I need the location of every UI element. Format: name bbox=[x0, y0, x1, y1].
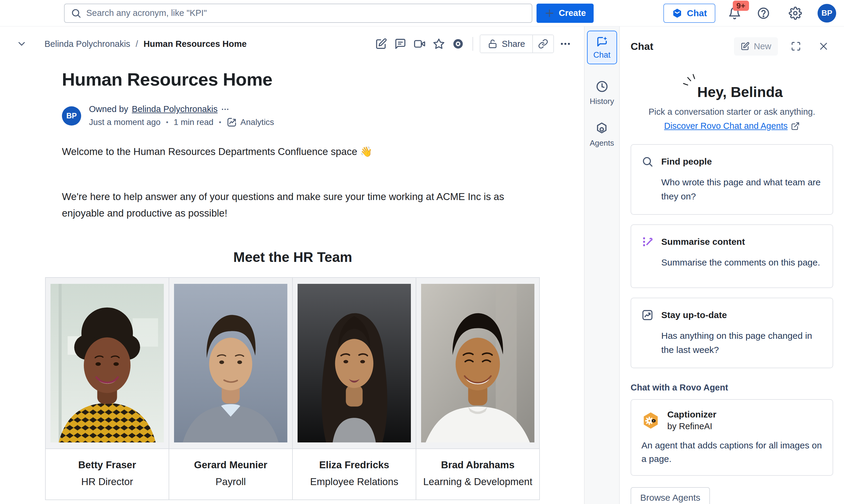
user-avatar[interactable]: BP bbox=[817, 4, 836, 22]
photo-eliza-fredricks bbox=[298, 284, 411, 443]
rail-tab-agents[interactable]: Agents bbox=[590, 122, 614, 148]
member-name: Betty Fraser bbox=[49, 459, 165, 471]
chat-greeting: Hey, Belinda bbox=[697, 84, 783, 100]
sparkle-decoration-icon bbox=[681, 73, 697, 90]
plus-icon bbox=[544, 8, 555, 18]
new-chat-pencil-icon bbox=[741, 42, 750, 51]
photo-betty-fraser bbox=[51, 284, 164, 443]
share-button[interactable]: Share bbox=[480, 35, 532, 53]
photo-brad-abrahams bbox=[421, 284, 534, 443]
collapse-sidebar-button[interactable] bbox=[12, 34, 31, 53]
team-member-cell: Eliza Fredricks Employee Relations bbox=[293, 449, 416, 500]
top-navigation-bar: Create Chat 9+ BP bbox=[0, 0, 844, 26]
breadcrumb: Belinda Polychronakis / Human Resources … bbox=[45, 39, 247, 49]
chat-subtitle: Pick a conversation starter or ask anyth… bbox=[631, 107, 833, 117]
toolbar-divider bbox=[473, 37, 473, 51]
photo-gerard-meunier bbox=[174, 284, 287, 443]
rovo-logo-icon bbox=[672, 8, 683, 19]
welcome-paragraph: Welcome to the Human Resources Departmen… bbox=[45, 144, 514, 160]
new-chat-button[interactable]: New bbox=[734, 37, 778, 56]
chat-panel-title: Chat bbox=[631, 40, 653, 52]
last-updated: Just a moment ago bbox=[89, 118, 160, 127]
team-photo-cell bbox=[169, 277, 293, 449]
member-role: Employee Relations bbox=[296, 476, 413, 487]
global-search[interactable] bbox=[64, 4, 532, 23]
comments-button[interactable] bbox=[391, 34, 410, 53]
video-button[interactable] bbox=[410, 34, 429, 53]
member-name: Eliza Fredricks bbox=[296, 459, 413, 471]
byline-separator: • bbox=[166, 118, 168, 126]
agents-icon bbox=[595, 122, 608, 135]
more-actions-button[interactable] bbox=[556, 34, 575, 53]
hr-team-table: Betty Fraser HR Director Gerard Meunier … bbox=[45, 277, 540, 500]
rail-tab-history[interactable]: History bbox=[590, 80, 614, 106]
byline-separator: • bbox=[219, 118, 221, 126]
search-input[interactable] bbox=[86, 8, 526, 18]
chat-panel: Chat New Hey, Belinda bbox=[619, 26, 844, 504]
unlock-icon bbox=[488, 39, 498, 49]
chat-toggle-button[interactable]: Chat bbox=[663, 4, 715, 23]
member-role: Learning & Development bbox=[419, 476, 536, 487]
chat-sparkle-icon bbox=[596, 35, 608, 48]
owner-link[interactable]: Belinda Polychronakis bbox=[132, 104, 217, 114]
byline-more-button[interactable] bbox=[221, 105, 229, 113]
search-icon bbox=[71, 8, 82, 19]
intro-paragraph: We're here to help answer any of your qu… bbox=[45, 188, 514, 221]
edit-page-button[interactable] bbox=[371, 34, 391, 53]
analytics-icon bbox=[227, 117, 237, 127]
member-role: HR Director bbox=[49, 476, 165, 487]
owned-by-label: Owned by bbox=[89, 104, 128, 114]
summarise-pencil-icon bbox=[641, 236, 653, 248]
section-heading: Meet the HR Team bbox=[45, 249, 541, 265]
analytics-button[interactable]: Analytics bbox=[227, 117, 274, 127]
external-link-icon bbox=[791, 122, 800, 131]
team-photo-cell bbox=[416, 277, 540, 449]
rovo-agent-section-heading: Chat with a Rovo Agent bbox=[631, 383, 833, 393]
starter-card-find-people[interactable]: Find people Who wrote this page and what… bbox=[631, 144, 833, 215]
notification-badge: 9+ bbox=[733, 1, 749, 11]
expand-chat-button[interactable] bbox=[786, 37, 806, 56]
read-time: 1 min read bbox=[174, 118, 213, 127]
breadcrumb-current-page: Human Resources Home bbox=[143, 39, 246, 49]
watch-button[interactable] bbox=[449, 34, 468, 53]
copy-link-button[interactable] bbox=[532, 35, 553, 53]
find-people-search-icon bbox=[641, 156, 653, 167]
breadcrumb-space-link[interactable]: Belinda Polychronakis bbox=[45, 39, 130, 49]
page-title: Human Resources Home bbox=[62, 69, 541, 90]
trend-chart-icon bbox=[641, 309, 653, 321]
right-rail: Chat History Agents bbox=[584, 26, 619, 504]
team-member-cell: Betty Fraser HR Director bbox=[46, 449, 169, 500]
team-member-cell: Brad Abrahams Learning & Development bbox=[416, 449, 540, 500]
settings-button[interactable] bbox=[786, 4, 805, 23]
member-name: Gerard Meunier bbox=[172, 459, 289, 471]
star-button[interactable] bbox=[429, 34, 449, 53]
help-button[interactable] bbox=[754, 4, 773, 23]
page-content-area: Belinda Polychronakis / Human Resources … bbox=[0, 26, 584, 504]
rail-tab-chat[interactable]: Chat bbox=[587, 31, 617, 64]
member-name: Brad Abrahams bbox=[419, 459, 536, 471]
member-role: Payroll bbox=[172, 476, 289, 487]
breadcrumb-separator: / bbox=[136, 39, 138, 49]
history-icon bbox=[595, 80, 609, 93]
owner-avatar[interactable]: BP bbox=[62, 106, 81, 126]
starter-card-stay-up-to-date[interactable]: Stay up-to-date Has anything on this pag… bbox=[631, 298, 833, 368]
starter-card-summarise-content[interactable]: Summarise content Summarise the comments… bbox=[631, 224, 833, 288]
discover-rovo-link[interactable]: Discover Rovo Chat and Agents bbox=[664, 121, 788, 131]
team-photo-cell bbox=[293, 277, 416, 449]
create-button[interactable]: Create bbox=[537, 4, 594, 23]
captionizer-agent-icon bbox=[641, 411, 660, 430]
close-chat-button[interactable] bbox=[814, 37, 833, 56]
team-photo-cell bbox=[46, 277, 169, 449]
notifications-button[interactable]: 9+ bbox=[728, 6, 741, 20]
browse-agents-button[interactable]: Browse Agents bbox=[631, 487, 710, 504]
agent-card-captionizer[interactable]: Captionizer by RefineAI An agent that ad… bbox=[631, 399, 833, 476]
team-member-cell: Gerard Meunier Payroll bbox=[169, 449, 293, 500]
